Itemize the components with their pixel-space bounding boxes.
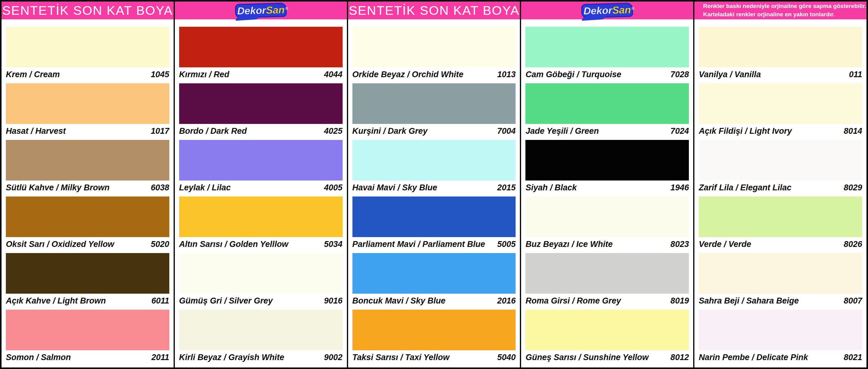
swatch-name: Kirli Beyaz / Grayish White	[179, 353, 284, 362]
swatch-caption: Taksi Sarısı / Taxi Yellow5040	[352, 350, 516, 362]
color-swatch	[6, 27, 169, 67]
color-swatch	[352, 253, 516, 294]
swatch-code: 9016	[324, 296, 343, 306]
swatch-row: Zarif Lila / Elegant Lilac8029	[699, 140, 862, 197]
swatch-row: Siyah / Black1946	[525, 140, 689, 197]
registered-trademark-mark: ®	[631, 2, 635, 16]
swatch-name: Boncuk Mavi / Sky Blue	[352, 296, 445, 306]
swatch-row: Buz Beyazı / Ice White8023	[525, 197, 689, 253]
color-swatch	[525, 27, 689, 67]
swatch-code: 4044	[324, 70, 343, 79]
swatch-code: 1013	[497, 70, 516, 79]
swatch-name: Parliament Mavi / Parliament Blue	[352, 239, 485, 249]
color-swatch	[699, 140, 862, 180]
swatch-list: Krem / Cream1045Hasat / Harvest1017Sütlü…	[2, 19, 174, 369]
swatch-code: 8023	[671, 239, 689, 249]
swatch-code: 6038	[151, 183, 169, 193]
swatch-code: 4005	[324, 183, 343, 193]
swatch-code: 1045	[151, 70, 169, 79]
color-swatch	[525, 83, 689, 124]
swatch-code: 2015	[497, 183, 516, 193]
chart-column: Renkler baskı nedeniyle orjinaline göre …	[694, 2, 866, 367]
swatch-code: 7028	[671, 70, 689, 79]
swatch-caption: Cam Göbeği / Turquoise7028	[525, 67, 689, 79]
swatch-name: Narin Pembe / Delicate Pink	[699, 353, 808, 362]
swatch-name: Siyah / Black	[525, 183, 577, 193]
color-swatch	[179, 83, 343, 124]
swatch-code: 5020	[151, 239, 169, 249]
swatch-code: 5005	[497, 239, 516, 249]
swatch-code: 2016	[497, 296, 516, 306]
color-swatch	[352, 83, 516, 124]
column-title: SENTETİK SON KAT BOYA	[348, 4, 519, 18]
swatch-code: 5040	[497, 353, 516, 362]
swatch-name: Açık Fildişi / Light Ivory	[699, 126, 792, 136]
color-swatch	[699, 27, 862, 67]
chart-column: DekorSan®Kırmızı / Red4044Bordo / Dark R…	[175, 2, 348, 367]
chart-column: DekorSan®Cam Göbeği / Turquoise7028Jade …	[521, 2, 694, 367]
logo-text-dekor: Dekor	[237, 5, 266, 17]
swatch-name: Roma Girsi / Rome Grey	[525, 296, 621, 306]
swatch-caption: Hasat / Harvest1017	[6, 124, 169, 136]
swatch-name: Cam Göbeği / Turquoise	[525, 70, 621, 79]
swatch-code: 2011	[152, 353, 169, 362]
color-swatch	[699, 310, 862, 350]
swatch-code: 9002	[324, 353, 343, 362]
swatch-name: Güneş Sarısı / Sunshine Yellow	[525, 353, 649, 362]
color-swatch	[6, 197, 169, 237]
swatch-row: Kirli Beyaz / Grayish White9002	[179, 310, 343, 366]
swatch-list: Vanilya / Vanilla011Açık Fildişi / Light…	[694, 19, 866, 369]
swatch-caption: Parliament Mavi / Parliament Blue5005	[352, 237, 516, 249]
swatch-row: Bordo / Dark Red4025	[179, 83, 343, 140]
swatch-caption: Açık Fildişi / Light Ivory8014	[699, 124, 862, 136]
swatch-name: Oksit Sarı / Oxidized Yellow	[6, 239, 114, 249]
swatch-caption: Jade Yeşili / Green7024	[525, 124, 689, 136]
swatch-row: Kurşini / Dark Grey7004	[352, 83, 516, 140]
swatch-caption: Sütlü Kahve / Milky Brown6038	[6, 180, 169, 193]
color-swatch	[179, 310, 343, 350]
swatch-caption: Gümüş Gri / Silver Grey9016	[179, 294, 343, 306]
color-swatch	[6, 310, 169, 350]
swatch-name: Vanilya / Vanilla	[699, 70, 761, 79]
swatch-caption: Siyah / Black1946	[525, 180, 689, 193]
column-title: SENTETİK SON KAT BOYA	[2, 4, 173, 18]
swatch-name: Sahra Beji / Sahara Beige	[699, 296, 799, 306]
swatch-caption: Krem / Cream1045	[6, 67, 169, 79]
swatch-row: Cam Göbeği / Turquoise7028	[525, 27, 689, 83]
color-swatch	[352, 27, 516, 67]
column-header-title-band: SENTETİK SON KAT BOYA	[348, 2, 520, 19]
swatch-caption: Narin Pembe / Delicate Pink8021	[699, 350, 862, 362]
swatch-row: Parliament Mavi / Parliament Blue5005	[352, 197, 516, 253]
swatch-code: 8029	[844, 183, 862, 193]
swatch-caption: Sahra Beji / Sahara Beige8007	[699, 294, 862, 306]
dekorsan-logo-text: DekorSan®	[237, 3, 284, 18]
swatch-row: Somon / Salmon2011	[6, 310, 169, 366]
swatch-row: Altın Sarısı / Golden Yelllow5034	[179, 197, 343, 253]
swatch-caption: Vanilya / Vanilla011	[699, 67, 862, 79]
swatch-list: Kırmızı / Red4044Bordo / Dark Red4025Ley…	[175, 19, 347, 369]
swatch-name: Sütlü Kahve / Milky Brown	[6, 183, 110, 193]
swatch-row: Hasat / Harvest1017	[6, 83, 169, 140]
swatch-caption: Güneş Sarısı / Sunshine Yellow8012	[525, 350, 689, 362]
logo-text-dekor: Dekor	[584, 5, 612, 17]
swatch-row: Leylak / Lilac4005	[179, 140, 343, 197]
color-swatch	[6, 83, 169, 124]
swatch-code: 7024	[671, 126, 689, 136]
color-swatch	[179, 140, 343, 180]
swatch-row: Boncuk Mavi / Sky Blue2016	[352, 253, 516, 310]
swatch-list: Orkide Beyaz / Orchid White1013Kurşini /…	[348, 19, 520, 369]
swatch-name: Zarif Lila / Elegant Lilac	[699, 183, 792, 193]
swatch-code: 6011	[152, 296, 169, 306]
swatch-name: Taksi Sarısı / Taxi Yellow	[352, 353, 450, 362]
swatch-name: Bordo / Dark Red	[179, 126, 247, 136]
swatch-name: Kurşini / Dark Grey	[352, 126, 428, 136]
swatch-row: Vanilya / Vanilla011	[699, 27, 862, 83]
swatch-name: Krem / Cream	[6, 70, 60, 79]
swatch-code: 8014	[844, 126, 862, 136]
color-swatch	[179, 27, 343, 67]
swatch-name: Buz Beyazı / Ice White	[525, 239, 613, 249]
swatch-code: 8021	[844, 353, 862, 362]
swatch-caption: Leylak / Lilac4005	[179, 180, 343, 193]
swatch-code: 011	[849, 70, 862, 79]
chart-column: SENTETİK SON KAT BOYAKrem / Cream1045Has…	[2, 2, 175, 367]
